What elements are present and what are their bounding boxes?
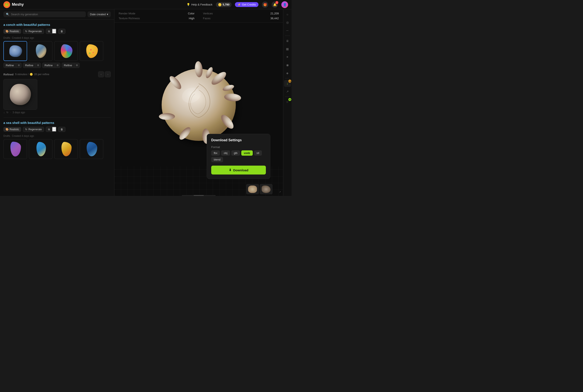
coins-badge: +50 bbox=[288, 80, 291, 82]
generation-2-meta: 🎨 Realistic ↻ Regenerate ⧉ ▾ 🗑 bbox=[4, 127, 111, 132]
format-obj[interactable]: obj bbox=[221, 150, 230, 156]
copy-button-wrap-2[interactable]: ⧉ ▾ bbox=[46, 127, 57, 132]
notification-button[interactable]: 🔔 1 bbox=[272, 2, 278, 8]
regenerate-button[interactable]: ↻ Regenerate bbox=[23, 29, 44, 34]
monitor-icon[interactable]: 🖥 bbox=[284, 38, 291, 44]
texture-richness-row: Texture Richness High bbox=[119, 17, 195, 20]
draft-card-2[interactable] bbox=[29, 41, 53, 61]
format-label: Format bbox=[211, 146, 266, 149]
generation-1-title: a conch with beautiful patterns bbox=[4, 23, 111, 26]
star-icon[interactable]: ☆ +5 bbox=[284, 98, 291, 105]
format-stl[interactable]: stl bbox=[254, 150, 262, 156]
draft-card-sea-3[interactable] bbox=[54, 139, 78, 159]
download-label: Download bbox=[233, 168, 249, 172]
regenerate-label: Regenerate bbox=[29, 30, 42, 33]
download-settings-panel: Download Settings Format fbx obj glb usd… bbox=[207, 134, 270, 179]
thumb-shell-2-icon bbox=[262, 186, 271, 193]
refine-button-2[interactable]: Refine bbox=[23, 63, 36, 68]
generation-2-title: a sea shell with beautiful patterns bbox=[4, 121, 111, 124]
logo-icon: 🐸 bbox=[4, 1, 10, 8]
gem-icon[interactable]: ◈ bbox=[284, 70, 291, 76]
search-input[interactable] bbox=[11, 13, 83, 16]
circle-outline-icon[interactable]: ◎ bbox=[284, 19, 291, 26]
expand-arrow-icon[interactable]: ↗ bbox=[279, 190, 281, 193]
thumb-shell-1-icon bbox=[248, 186, 257, 193]
sun-icon[interactable]: ☀ bbox=[284, 54, 291, 60]
gift-button[interactable]: 🎁 bbox=[262, 2, 268, 8]
star-badge: +5 bbox=[288, 98, 291, 101]
draft-thumb-2 bbox=[29, 42, 53, 60]
vertices-key: Vertices bbox=[203, 12, 213, 15]
vertices-row: Vertices 21,209 bbox=[203, 12, 279, 15]
get-credits-button[interactable]: ⚡ Get Credits bbox=[235, 2, 258, 7]
realistic-icon-2: 🎨 bbox=[6, 128, 9, 131]
draft-card-3[interactable] bbox=[54, 41, 78, 61]
download-settings-title: Download Settings bbox=[211, 138, 266, 142]
shell-refined-icon bbox=[10, 84, 31, 105]
sort-button[interactable]: Date created ▾ bbox=[88, 12, 111, 17]
coin-icon: 🪙 bbox=[218, 3, 222, 6]
refined-card[interactable] bbox=[4, 79, 37, 110]
draft-thumb-sea-3 bbox=[55, 140, 78, 158]
copy-chevron-button[interactable]: ▾ bbox=[52, 29, 56, 34]
format-fbx[interactable]: fbx bbox=[211, 150, 220, 156]
download-button[interactable]: ⬇ Download bbox=[211, 166, 266, 174]
draft-card-1[interactable] bbox=[4, 41, 27, 61]
draft-card-sea-2[interactable] bbox=[29, 139, 53, 159]
copy-button[interactable]: ⧉ bbox=[46, 29, 52, 34]
header: 🐸 Meshy 💡 Help & Feedback 🪙 5,780 ⚡ Get … bbox=[0, 0, 292, 9]
chevron-down-icon: ▾ bbox=[107, 13, 108, 16]
format-glb[interactable]: glb bbox=[231, 150, 240, 156]
refine-gear-1[interactable]: ⚙ bbox=[16, 63, 22, 68]
minus-icon[interactable]: ─ bbox=[284, 27, 291, 34]
shell-colorful-icon bbox=[61, 44, 73, 58]
copy-button-wrap[interactable]: ⧉ ▾ bbox=[46, 28, 57, 34]
avatar[interactable]: 👤 bbox=[281, 1, 288, 8]
refine-btn-wrap-3: Refine ⚙ bbox=[42, 63, 60, 68]
nav-next-button[interactable]: › bbox=[105, 71, 111, 77]
format-blend[interactable]: blend bbox=[211, 157, 223, 162]
draft-thumb-sea-2 bbox=[29, 140, 53, 158]
palette-icon[interactable]: ◉ bbox=[284, 62, 291, 68]
faces-row: Faces 36,442 bbox=[203, 17, 279, 20]
refine-button-4[interactable]: Refine bbox=[62, 63, 74, 68]
faces-key: Faces bbox=[203, 17, 210, 20]
scrollbar-thumb bbox=[194, 195, 204, 196]
help-feedback-btn[interactable]: 💡 Help & Feedback bbox=[187, 3, 213, 6]
copy-chevron-button-2[interactable]: ▾ bbox=[52, 127, 56, 132]
draft-card-sea-1[interactable] bbox=[4, 139, 27, 159]
copy-button-2[interactable]: ⧉ bbox=[46, 127, 52, 132]
refine-gear-4[interactable]: ⚙ bbox=[74, 63, 80, 68]
header-right: 💡 Help & Feedback 🪙 5,780 ⚡ Get Credits … bbox=[187, 1, 288, 8]
bottom-scrollbar[interactable] bbox=[182, 195, 215, 196]
realistic-label: Realistic bbox=[10, 30, 19, 33]
draft-card-sea-4[interactable] bbox=[80, 139, 103, 159]
draft-card-4[interactable] bbox=[80, 41, 103, 61]
refine-button-1[interactable]: Refine bbox=[4, 63, 16, 68]
draft-thumb-1 bbox=[4, 42, 27, 60]
grid-icon[interactable]: ▦ bbox=[284, 46, 291, 52]
shell-sea3-icon bbox=[62, 142, 72, 156]
delete-button[interactable]: 🗑 bbox=[58, 29, 66, 34]
texture-richness-val: High bbox=[189, 17, 195, 20]
refine-gear-3[interactable]: ⚙ bbox=[55, 63, 60, 68]
lightning-icon: ⚡ bbox=[238, 3, 241, 6]
refine-button-3[interactable]: Refine bbox=[42, 63, 55, 68]
download-sidebar-icon[interactable]: ↓ +50 bbox=[284, 80, 291, 87]
shell-striped-icon bbox=[36, 44, 46, 58]
thumb-mini-1[interactable] bbox=[246, 184, 259, 194]
regenerate-button-2[interactable]: ↻ Regenerate bbox=[23, 127, 44, 132]
delete-button-2[interactable]: 🗑 bbox=[58, 127, 66, 132]
sphere-icon[interactable]: ○ bbox=[284, 11, 291, 18]
realistic-label-2: Realistic bbox=[10, 128, 19, 131]
render-mode-val: Color bbox=[188, 12, 195, 15]
render-mode-key: Render Mode bbox=[119, 12, 135, 15]
refine-btn-wrap-1: Refine ⚙ bbox=[4, 63, 22, 68]
format-usdz[interactable]: usdz bbox=[241, 150, 253, 156]
thumb-mini-2[interactable] bbox=[260, 184, 272, 194]
scroll-content: a conch with beautiful patterns 🎨 Realis… bbox=[0, 20, 114, 196]
download-icon: ⬇ bbox=[229, 168, 232, 172]
nav-prev-button[interactable]: ‹ bbox=[98, 71, 104, 77]
refine-gear-2[interactable]: ⚙ bbox=[35, 63, 41, 68]
share-icon[interactable]: ↗ bbox=[284, 88, 291, 95]
